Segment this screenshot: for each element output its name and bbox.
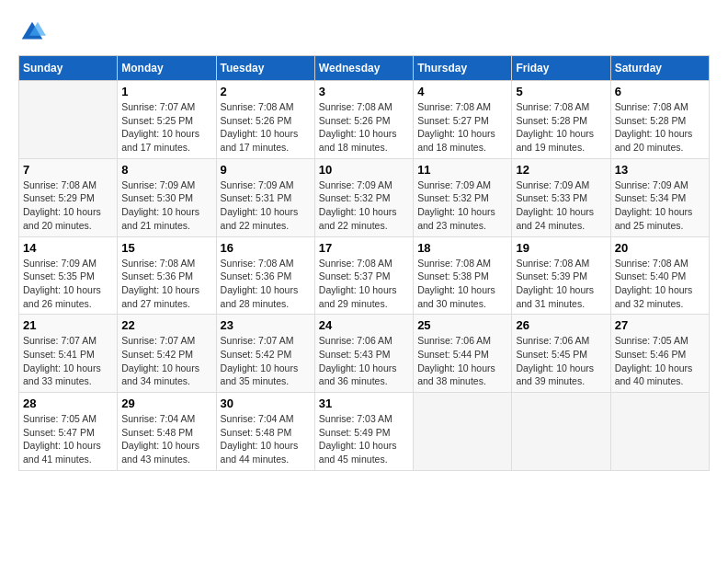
- day-number: 20: [615, 241, 705, 255]
- day-info: Sunrise: 7:08 AMSunset: 5:37 PMDaylight:…: [319, 257, 409, 311]
- day-info: Sunrise: 7:06 AMSunset: 5:43 PMDaylight:…: [319, 334, 409, 388]
- calendar-cell: [19, 81, 118, 159]
- calendar-cell: [512, 393, 610, 471]
- calendar-cell: 5 Sunrise: 7:08 AMSunset: 5:28 PMDayligh…: [512, 81, 610, 159]
- calendar-cell: [414, 393, 512, 471]
- day-number: 6: [615, 85, 705, 98]
- calendar-cell: 23 Sunrise: 7:07 AMSunset: 5:42 PMDaylig…: [216, 315, 314, 393]
- calendar-cell: 3 Sunrise: 7:08 AMSunset: 5:26 PMDayligh…: [314, 81, 413, 159]
- day-info: Sunrise: 7:06 AMSunset: 5:44 PMDaylight:…: [417, 334, 507, 388]
- day-number: 29: [121, 396, 211, 410]
- day-info: Sunrise: 7:03 AMSunset: 5:49 PMDaylight:…: [319, 412, 409, 466]
- day-number: 21: [23, 318, 113, 332]
- calendar-cell: 24 Sunrise: 7:06 AMSunset: 5:43 PMDaylig…: [314, 315, 413, 393]
- calendar-cell: 22 Sunrise: 7:07 AMSunset: 5:42 PMDaylig…: [118, 315, 216, 393]
- day-info: Sunrise: 7:09 AMSunset: 5:33 PMDaylight:…: [516, 178, 606, 233]
- calendar-cell: 4 Sunrise: 7:08 AMSunset: 5:27 PMDayligh…: [414, 81, 512, 159]
- header-day-tuesday: Tuesday: [216, 56, 314, 81]
- day-info: Sunrise: 7:09 AMSunset: 5:35 PMDaylight:…: [23, 257, 113, 311]
- day-info: Sunrise: 7:08 AMSunset: 5:36 PMDaylight:…: [121, 257, 211, 311]
- header-row: SundayMondayTuesdayWednesdayThursdayFrid…: [19, 56, 710, 81]
- calendar-cell: 18 Sunrise: 7:08 AMSunset: 5:38 PMDaylig…: [414, 236, 512, 315]
- week-row-0: 1 Sunrise: 7:07 AMSunset: 5:25 PMDayligh…: [19, 81, 710, 159]
- calendar-cell: 13 Sunrise: 7:09 AMSunset: 5:34 PMDaylig…: [610, 158, 709, 236]
- day-number: 5: [516, 85, 606, 98]
- logo: [18, 18, 48, 46]
- calendar-cell: 14 Sunrise: 7:09 AMSunset: 5:35 PMDaylig…: [19, 236, 118, 315]
- day-number: 31: [319, 396, 409, 410]
- day-info: Sunrise: 7:08 AMSunset: 5:38 PMDaylight:…: [417, 257, 507, 311]
- day-info: Sunrise: 7:08 AMSunset: 5:29 PMDaylight:…: [23, 178, 113, 233]
- day-info: Sunrise: 7:07 AMSunset: 5:42 PMDaylight:…: [121, 334, 211, 388]
- calendar-table: SundayMondayTuesdayWednesdayThursdayFrid…: [18, 55, 710, 471]
- day-info: Sunrise: 7:05 AMSunset: 5:46 PMDaylight:…: [615, 334, 705, 388]
- day-number: 8: [121, 163, 211, 177]
- calendar-cell: 2 Sunrise: 7:08 AMSunset: 5:26 PMDayligh…: [216, 81, 314, 159]
- calendar-cell: 1 Sunrise: 7:07 AMSunset: 5:25 PMDayligh…: [118, 81, 216, 159]
- day-number: 18: [417, 241, 507, 255]
- day-info: Sunrise: 7:06 AMSunset: 5:45 PMDaylight:…: [516, 334, 606, 388]
- day-info: Sunrise: 7:08 AMSunset: 5:36 PMDaylight:…: [221, 257, 311, 311]
- day-number: 7: [23, 163, 113, 177]
- day-info: Sunrise: 7:08 AMSunset: 5:28 PMDaylight:…: [615, 100, 705, 155]
- day-info: Sunrise: 7:08 AMSunset: 5:28 PMDaylight:…: [516, 100, 606, 155]
- day-number: 24: [319, 318, 409, 332]
- header-day-thursday: Thursday: [414, 56, 512, 81]
- day-number: 26: [516, 318, 606, 332]
- calendar-cell: 11 Sunrise: 7:09 AMSunset: 5:32 PMDaylig…: [414, 158, 512, 236]
- day-info: Sunrise: 7:09 AMSunset: 5:31 PMDaylight:…: [221, 178, 311, 233]
- day-info: Sunrise: 7:05 AMSunset: 5:47 PMDaylight:…: [23, 412, 113, 466]
- day-number: 11: [417, 163, 507, 177]
- week-row-4: 28 Sunrise: 7:05 AMSunset: 5:47 PMDaylig…: [19, 393, 710, 471]
- day-info: Sunrise: 7:09 AMSunset: 5:34 PMDaylight:…: [615, 178, 705, 233]
- calendar-cell: 25 Sunrise: 7:06 AMSunset: 5:44 PMDaylig…: [414, 315, 512, 393]
- calendar-cell: 17 Sunrise: 7:08 AMSunset: 5:37 PMDaylig…: [314, 236, 413, 315]
- week-row-3: 21 Sunrise: 7:07 AMSunset: 5:41 PMDaylig…: [19, 315, 710, 393]
- header-day-wednesday: Wednesday: [314, 56, 413, 81]
- day-info: Sunrise: 7:08 AMSunset: 5:27 PMDaylight:…: [417, 100, 507, 155]
- calendar-cell: 8 Sunrise: 7:09 AMSunset: 5:30 PMDayligh…: [118, 158, 216, 236]
- calendar-body: 1 Sunrise: 7:07 AMSunset: 5:25 PMDayligh…: [19, 81, 710, 471]
- day-number: 28: [23, 396, 113, 410]
- calendar-cell: 21 Sunrise: 7:07 AMSunset: 5:41 PMDaylig…: [19, 315, 118, 393]
- calendar-cell: 15 Sunrise: 7:08 AMSunset: 5:36 PMDaylig…: [118, 236, 216, 315]
- day-info: Sunrise: 7:04 AMSunset: 5:48 PMDaylight:…: [121, 412, 211, 466]
- day-number: 2: [221, 85, 311, 98]
- calendar-cell: [610, 393, 709, 471]
- day-info: Sunrise: 7:09 AMSunset: 5:32 PMDaylight:…: [417, 178, 507, 233]
- calendar-cell: 16 Sunrise: 7:08 AMSunset: 5:36 PMDaylig…: [216, 236, 314, 315]
- day-info: Sunrise: 7:08 AMSunset: 5:39 PMDaylight:…: [516, 257, 606, 311]
- header-day-saturday: Saturday: [610, 56, 709, 81]
- header-day-sunday: Sunday: [19, 56, 118, 81]
- header-day-monday: Monday: [118, 56, 216, 81]
- day-number: 10: [319, 163, 409, 177]
- day-number: 27: [615, 318, 705, 332]
- calendar-cell: 9 Sunrise: 7:09 AMSunset: 5:31 PMDayligh…: [216, 158, 314, 236]
- day-info: Sunrise: 7:07 AMSunset: 5:41 PMDaylight:…: [23, 334, 113, 388]
- week-row-2: 14 Sunrise: 7:09 AMSunset: 5:35 PMDaylig…: [19, 236, 710, 315]
- day-number: 19: [516, 241, 606, 255]
- day-number: 30: [221, 396, 311, 410]
- calendar-header: SundayMondayTuesdayWednesdayThursdayFrid…: [19, 56, 710, 81]
- day-number: 4: [417, 85, 507, 98]
- day-number: 15: [121, 241, 211, 255]
- day-number: 22: [121, 318, 211, 332]
- day-number: 17: [319, 241, 409, 255]
- calendar-cell: 28 Sunrise: 7:05 AMSunset: 5:47 PMDaylig…: [19, 393, 118, 471]
- calendar-cell: 7 Sunrise: 7:08 AMSunset: 5:29 PMDayligh…: [19, 158, 118, 236]
- day-number: 13: [615, 163, 705, 177]
- calendar-cell: 10 Sunrise: 7:09 AMSunset: 5:32 PMDaylig…: [314, 158, 413, 236]
- calendar-cell: 26 Sunrise: 7:06 AMSunset: 5:45 PMDaylig…: [512, 315, 610, 393]
- page-header: [18, 18, 710, 46]
- calendar-cell: 6 Sunrise: 7:08 AMSunset: 5:28 PMDayligh…: [610, 81, 709, 159]
- day-number: 3: [319, 85, 409, 98]
- day-number: 25: [417, 318, 507, 332]
- calendar-cell: 12 Sunrise: 7:09 AMSunset: 5:33 PMDaylig…: [512, 158, 610, 236]
- day-info: Sunrise: 7:08 AMSunset: 5:40 PMDaylight:…: [615, 257, 705, 311]
- day-number: 23: [221, 318, 311, 332]
- calendar-cell: 30 Sunrise: 7:04 AMSunset: 5:48 PMDaylig…: [216, 393, 314, 471]
- day-info: Sunrise: 7:09 AMSunset: 5:32 PMDaylight:…: [319, 178, 409, 233]
- week-row-1: 7 Sunrise: 7:08 AMSunset: 5:29 PMDayligh…: [19, 158, 710, 236]
- day-number: 12: [516, 163, 606, 177]
- calendar-cell: 27 Sunrise: 7:05 AMSunset: 5:46 PMDaylig…: [610, 315, 709, 393]
